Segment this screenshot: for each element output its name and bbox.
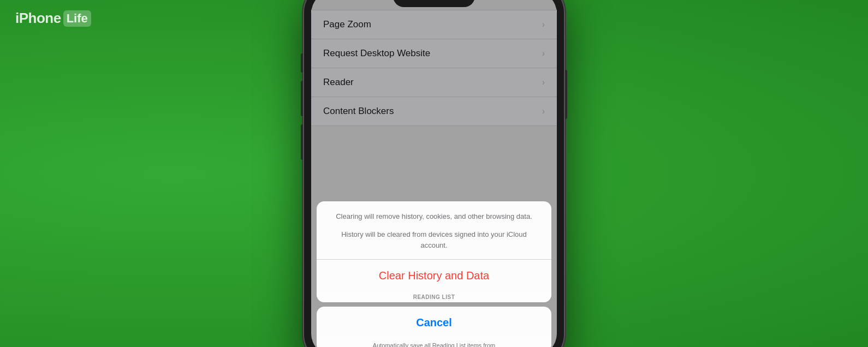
cancel-label: Cancel [416, 316, 452, 328]
phone-frame: Page Zoom › Request Desktop Website › Re… [303, 0, 565, 347]
action-sheet-cancel-panel: Cancel Automatically save all Reading Li… [317, 307, 551, 347]
volume-up-button [301, 81, 303, 116]
logo: iPhone Life [15, 10, 91, 27]
phone-notch [393, 0, 475, 7]
action-sheet-info-section: Clearing will remove history, cookies, a… [317, 201, 551, 260]
clear-history-label: Clear History and Data [379, 270, 489, 282]
power-button [565, 70, 567, 119]
reading-list-peek: READING LIST [317, 292, 551, 302]
cancel-button[interactable]: Cancel [317, 307, 551, 339]
phone-screen: Page Zoom › Request Desktop Website › Re… [311, 0, 557, 347]
clear-history-button[interactable]: Clear History and Data [317, 260, 551, 292]
logo-iphone-text: iPhone [15, 10, 61, 27]
action-sheet-info-text1: Clearing will remove history, cookies, a… [328, 211, 540, 222]
action-sheet: Clearing will remove history, cookies, a… [317, 201, 551, 348]
volume-down-button [301, 124, 303, 160]
action-sheet-main-panel: Clearing will remove history, cookies, a… [317, 201, 551, 303]
auto-save-text: Automatically save all Reading List item… [317, 339, 551, 347]
volume-mute-button [301, 53, 303, 73]
phone-device: Page Zoom › Request Desktop Website › Re… [303, 0, 565, 347]
logo-life-text: Life [67, 11, 88, 25]
logo-life-box: Life [63, 10, 91, 27]
action-sheet-info-text2: History will be cleared from devices sig… [328, 229, 540, 250]
